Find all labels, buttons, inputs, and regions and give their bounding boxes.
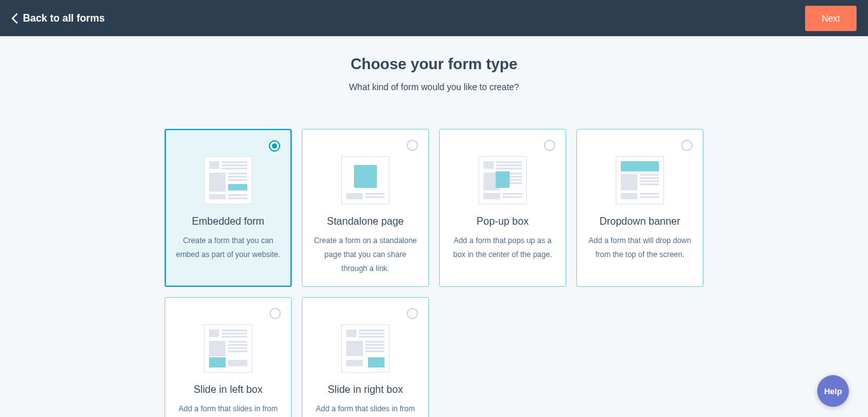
radio-icon bbox=[544, 140, 555, 151]
radio-icon bbox=[407, 140, 418, 151]
option-embedded-form[interactable]: Embedded form Create a form that you can… bbox=[165, 129, 292, 287]
option-slide-left[interactable]: Slide in left box Add a form that slides… bbox=[165, 297, 292, 417]
card-description: Add a form that slides in from the right… bbox=[311, 402, 419, 417]
option-slide-right[interactable]: Slide in right box Add a form that slide… bbox=[302, 297, 429, 417]
card-title: Pop-up box bbox=[449, 216, 557, 227]
card-title: Slide in left box bbox=[174, 384, 282, 395]
chevron-left-icon bbox=[11, 13, 18, 23]
page-subtitle: What kind of form would you like to crea… bbox=[13, 82, 855, 92]
back-to-forms-link[interactable]: Back to all forms bbox=[11, 13, 105, 24]
card-title: Standalone page bbox=[311, 216, 419, 227]
back-link-label: Back to all forms bbox=[23, 13, 105, 24]
radio-icon bbox=[269, 140, 280, 152]
slide-right-icon bbox=[341, 324, 390, 373]
header: Back to all forms Next bbox=[0, 0, 868, 36]
dropdown-banner-icon bbox=[616, 156, 664, 204]
radio-icon bbox=[681, 140, 693, 151]
content: Choose your form type What kind of form … bbox=[0, 36, 868, 417]
radio-icon bbox=[407, 308, 418, 319]
card-description: Create a form on a standalone page that … bbox=[311, 234, 419, 276]
card-description: Add a form that pops up as a box in the … bbox=[449, 234, 557, 261]
option-popup-box[interactable]: Pop-up box Add a form that pops up as a … bbox=[439, 129, 566, 287]
popup-box-icon bbox=[478, 156, 527, 204]
page-title: Choose your form type bbox=[13, 55, 855, 73]
card-title: Dropdown banner bbox=[586, 216, 694, 227]
help-button[interactable]: Help bbox=[817, 375, 849, 407]
form-type-grid: Embedded form Create a form that you can… bbox=[148, 129, 720, 417]
embedded-form-icon bbox=[204, 156, 252, 204]
next-button[interactable]: Next bbox=[805, 6, 857, 31]
card-description: Add a form that will drop down from the … bbox=[586, 234, 694, 261]
content-scroll[interactable]: Choose your form type What kind of form … bbox=[0, 36, 868, 417]
slide-left-icon bbox=[204, 324, 252, 373]
card-title: Slide in right box bbox=[311, 384, 419, 395]
card-description: Create a form that you can embed as part… bbox=[174, 234, 282, 261]
option-standalone-page[interactable]: Standalone page Create a form on a stand… bbox=[302, 129, 429, 287]
radio-icon bbox=[269, 308, 281, 319]
option-dropdown-banner[interactable]: Dropdown banner Add a form that will dro… bbox=[576, 129, 703, 287]
card-description: Add a form that slides in from the left … bbox=[174, 402, 282, 417]
standalone-page-icon bbox=[341, 156, 390, 204]
card-title: Embedded form bbox=[174, 216, 282, 227]
